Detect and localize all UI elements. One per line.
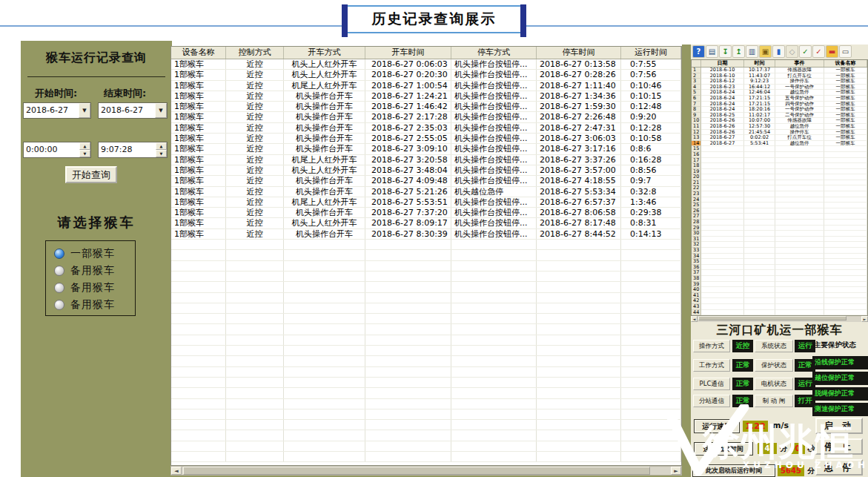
scrollbar-thumb[interactable] (183, 467, 650, 475)
event-row[interactable]: 82018-6-2418:20:16一号保护动作一部猴车 (692, 107, 867, 113)
events-horizontal-scrollbar[interactable]: ◄ ► (691, 316, 868, 322)
events-column-header-4[interactable]: 事件 (775, 60, 824, 67)
table-horizontal-scrollbar[interactable]: ◄ ► (170, 466, 682, 476)
column-header-6[interactable]: 停车时间 (537, 47, 621, 59)
table-row[interactable] (171, 420, 681, 430)
copy-icon[interactable]: ▥ (746, 45, 758, 58)
table-row[interactable] (171, 335, 681, 346)
event-row[interactable]: 32 (692, 242, 867, 248)
help-icon[interactable]: ? (692, 45, 705, 58)
event-row[interactable]: 17 (692, 158, 867, 164)
table-row[interactable] (171, 452, 681, 462)
event-row[interactable]: 25 (692, 203, 867, 208)
end-date-picker[interactable]: 2018-6-27 ▼ (98, 102, 168, 119)
column-header-3[interactable]: 开车方式 (284, 47, 365, 59)
event-row[interactable]: 122018-6-2621:45:54操作停车一部猴车 (692, 130, 867, 136)
start-date-picker[interactable]: 2018-6-27 ▼ (23, 102, 91, 119)
table-row[interactable] (171, 272, 681, 282)
table-row[interactable]: 1部猴车近控机头操作台开车2018-6-27 5:21:26机头越位急停2018… (171, 187, 681, 197)
event-row[interactable]: 28 (692, 220, 867, 226)
table-row[interactable]: 1部猴车近控机尾上人红外开车2018-6-27 3:20:58机头操作台按钮停.… (171, 155, 681, 165)
column-header-5[interactable]: 停车方式 (451, 47, 537, 59)
table-row[interactable]: 1部猴车近控机头操作台开车2018-6-27 3:09:10机头操作台按钮停..… (171, 144, 681, 154)
table-row[interactable] (171, 356, 681, 366)
radio-option-car-4[interactable]: 备用猴车 (54, 296, 135, 313)
radio-icon[interactable] (54, 266, 64, 276)
table-row[interactable] (171, 240, 681, 250)
table-row[interactable]: 1部猴车近控机头操作台开车2018-6-27 1:24:21机头操作台按钮停..… (171, 91, 681, 102)
event-row[interactable]: 72018-6-2417:21:15四号保护动作一部猴车 (692, 102, 867, 108)
event-row[interactable]: 37 (692, 270, 867, 276)
import-icon[interactable]: ↧ (719, 45, 732, 58)
scroll-right-icon[interactable]: ► (861, 316, 868, 322)
estop-button[interactable]: 急 停 (815, 459, 863, 476)
table-row[interactable]: 1部猴车近控机头操作台开车2018-6-27 1:46:42机头操作台按钮停..… (171, 102, 681, 112)
chevron-down-icon[interactable]: ▼ (155, 103, 167, 118)
event-row[interactable]: 30 (692, 231, 867, 237)
table-row[interactable] (171, 250, 681, 260)
table-row[interactable]: 1部猴车近控机头上人红外开车2018-6-27 0:20:30机头操作台按钮停.… (171, 70, 681, 80)
event-row[interactable]: 23 (692, 191, 867, 197)
column-header-1[interactable]: 设备名称 (171, 47, 226, 59)
radio-icon[interactable] (54, 249, 64, 259)
radio-option-car-2[interactable]: 备用猴车 (54, 262, 135, 279)
event-row[interactable]: 22 (692, 185, 867, 191)
check-import-icon[interactable]: ✓ (812, 45, 825, 58)
table-row[interactable]: 1部猴车近控机头操作台开车2018-6-27 4:09:48机头操作台按钮停..… (171, 176, 681, 186)
radio-option-car-3[interactable]: 备用猴车 (54, 279, 135, 296)
table-row[interactable]: 1部猴车近控机头上人红外开车2018-6-27 8:09:17机头操作台按钮停.… (171, 218, 681, 228)
table-row[interactable] (171, 282, 681, 292)
scrollbar-thumb[interactable] (698, 316, 847, 320)
chart-icon[interactable]: ▮ (772, 45, 785, 58)
event-row[interactable]: 44 (692, 310, 867, 316)
event-row[interactable]: 52018-6-2412:46:04越位急停一部猴车 (692, 90, 867, 96)
table-row[interactable] (171, 367, 681, 378)
spin-down-icon[interactable]: ▼ (79, 150, 90, 157)
end-time-spinner[interactable]: 9:07:28 ▲ ▼ (98, 142, 168, 158)
table-row[interactable] (171, 303, 681, 314)
column-header-7[interactable]: 运行时间 (621, 47, 681, 59)
table-row[interactable] (171, 378, 681, 388)
events-column-header-3[interactable]: 时间 (744, 60, 775, 67)
event-row[interactable]: 20 (692, 174, 867, 180)
table-row[interactable]: 1部猴车近控机头操作台开车2018-6-27 2:35:03机头操作台按钮停..… (171, 123, 681, 134)
scroll-left-icon[interactable]: ◄ (691, 316, 698, 322)
event-row[interactable]: 39 (692, 282, 867, 288)
event-row[interactable]: 92018-6-2511:02:17二号保护动作一部猴车 (692, 113, 867, 119)
radio-icon[interactable] (54, 283, 64, 293)
scroll-right-icon[interactable]: ► (671, 467, 681, 475)
pointer-icon[interactable]: ◇ (786, 45, 798, 58)
spin-up-icon[interactable]: ▲ (79, 142, 90, 150)
event-row[interactable]: 38 (692, 276, 867, 282)
spin-up-icon[interactable]: ▲ (156, 142, 167, 150)
event-row[interactable]: 42 (692, 298, 867, 304)
event-row[interactable]: 16 (692, 152, 867, 158)
scroll-left-icon[interactable]: ◄ (171, 467, 182, 475)
table-row[interactable]: 1部猴车近控机尾上人红外开车2018-6-27 5:53:51机头操作台按钮停.… (171, 197, 681, 208)
table-row[interactable] (171, 399, 681, 409)
event-row[interactable]: 26 (692, 208, 867, 214)
event-row[interactable]: 132018-6-270:02:02打点开车位一部猴车 (692, 135, 867, 141)
table-row[interactable] (171, 346, 681, 356)
table-row[interactable] (171, 430, 681, 441)
print-icon[interactable]: ▭ (839, 45, 852, 58)
folder-lock-icon[interactable]: ▣ (759, 45, 772, 58)
event-row[interactable]: 35 (692, 259, 867, 265)
event-row[interactable]: 15 (692, 146, 867, 152)
event-row[interactable]: 43 (692, 304, 867, 310)
radio-option-car-1[interactable]: 一部猴车 (54, 245, 135, 262)
radio-icon[interactable] (54, 300, 64, 310)
event-row[interactable]: 40 (692, 287, 867, 293)
table-row[interactable]: 1部猴车近控机尾上人红外开车2018-6-27 1:00:54机头操作台按钮停.… (171, 81, 681, 91)
events-column-header-2[interactable]: 日期 (701, 60, 744, 67)
event-row[interactable]: 36 (692, 265, 867, 271)
event-row[interactable]: 32018-6-129:12:23操作停车一部猴车 (692, 79, 867, 85)
table-row[interactable] (171, 314, 681, 324)
stop-button[interactable]: 停 止 (815, 438, 863, 455)
start-time-spinner[interactable]: 0:00:00 ▲ ▼ (23, 142, 91, 158)
start-button[interactable]: 启 动 (815, 418, 863, 434)
chevron-down-icon[interactable]: ▼ (79, 103, 90, 118)
table-row[interactable]: 1部猴车近控机头操作台开车2018-6-27 2:17:28机头操作台按钮停..… (171, 112, 681, 122)
event-row[interactable]: 19 (692, 169, 867, 175)
event-row[interactable]: 31 (692, 237, 867, 243)
